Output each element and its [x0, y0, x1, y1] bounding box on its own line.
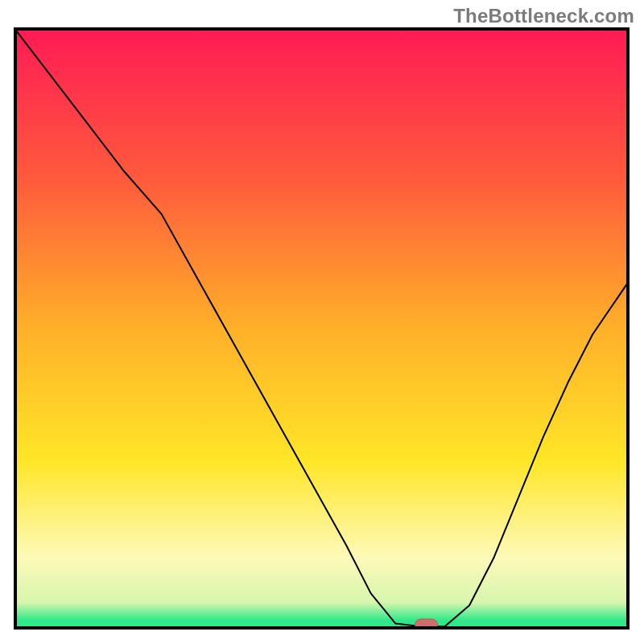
bottleneck-chart-svg [14, 27, 630, 630]
watermark-text: TheBottleneck.com [453, 5, 634, 27]
chart-container: TheBottleneck.com [0, 0, 644, 644]
chart-background [14, 27, 630, 630]
plot-area [14, 27, 630, 630]
